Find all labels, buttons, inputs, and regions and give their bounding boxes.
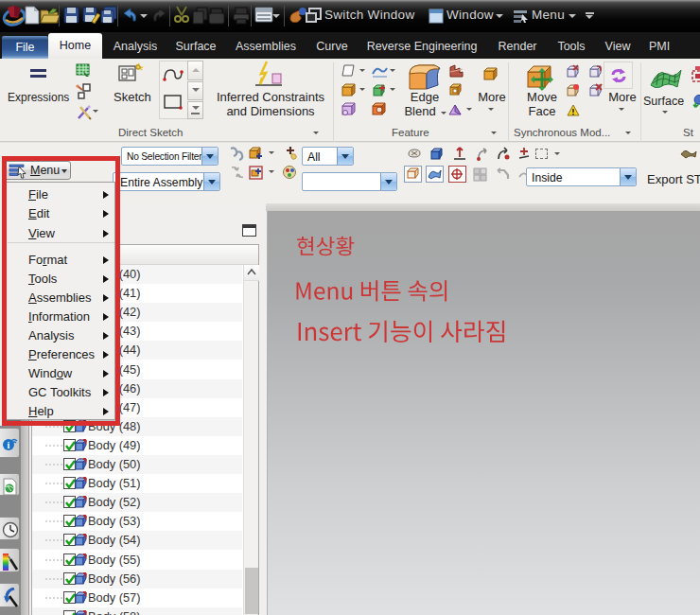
svg-text:i: i <box>8 440 10 450</box>
